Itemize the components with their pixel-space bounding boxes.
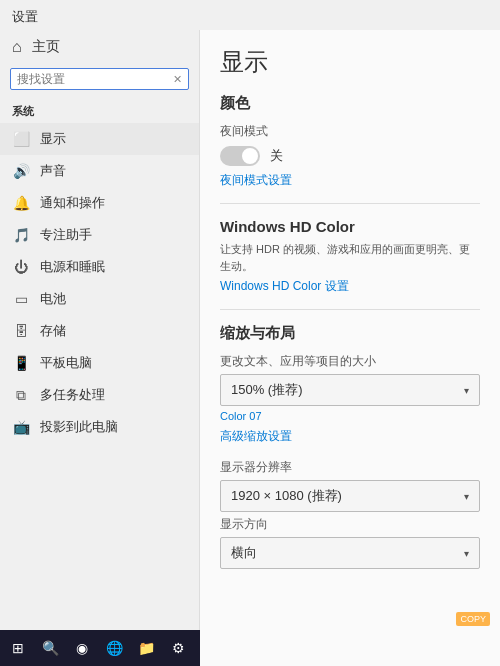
edge-icon[interactable]: 🌐 <box>100 634 128 662</box>
sidebar-item-multitask[interactable]: ⧉ 多任务处理 <box>0 379 199 411</box>
assist-icon: 🎵 <box>12 226 30 244</box>
night-mode-settings-link[interactable]: 夜间模式设置 <box>220 172 480 189</box>
night-mode-toggle-row: 关 <box>220 146 480 166</box>
storage-label: 存储 <box>40 322 66 340</box>
multitask-icon: ⧉ <box>12 386 30 404</box>
main-content: 显示 颜色 夜间模式 关 夜间模式设置 Windows HD Color 让支持… <box>200 30 500 666</box>
hdr-settings-link[interactable]: Windows HD Color 设置 <box>220 278 480 295</box>
search-box[interactable]: ✕ <box>10 68 189 90</box>
sidebar-item-notify[interactable]: 🔔 通知和操作 <box>0 187 199 219</box>
search-taskbar-icon[interactable]: 🔍 <box>36 634 64 662</box>
sidebar-item-display[interactable]: ⬜ 显示 <box>0 123 199 155</box>
settings-taskbar-icon[interactable]: ⚙ <box>164 634 192 662</box>
watermark: COPY <box>456 612 490 626</box>
power-icon: ⏻ <box>12 258 30 276</box>
search-icon: ✕ <box>173 73 182 86</box>
task-view-icon[interactable]: ◉ <box>68 634 96 662</box>
home-label: 主页 <box>32 38 60 56</box>
hdr-description: 让支持 HDR 的视频、游戏和应用的画面更明亮、更生动。 <box>220 241 480 274</box>
battery-label: 电池 <box>40 290 66 308</box>
color-section-title: 颜色 <box>220 94 480 113</box>
sound-label: 声音 <box>40 162 66 180</box>
orientation-value: 横向 <box>231 544 257 562</box>
sidebar: ⌂ 主页 ✕ 系统 ⬜ 显示 🔊 声音 🔔 通知和操作 <box>0 30 200 666</box>
start-button[interactable]: ⊞ <box>4 634 32 662</box>
scale-value: 150% (推荐) <box>231 381 303 399</box>
home-icon: ⌂ <box>12 38 22 56</box>
orientation-chevron-icon: ▾ <box>464 548 469 559</box>
explorer-icon[interactable]: 📁 <box>132 634 160 662</box>
page-title: 显示 <box>220 46 480 78</box>
settings-title: 设置 <box>12 9 38 24</box>
display-label: 显示 <box>40 130 66 148</box>
scale-chevron-icon: ▾ <box>464 385 469 396</box>
sidebar-item-sound[interactable]: 🔊 声音 <box>0 155 199 187</box>
project-label: 投影到此电脑 <box>40 418 118 436</box>
color07-note: Color 07 <box>220 410 480 422</box>
sidebar-item-assist[interactable]: 🎵 专注助手 <box>0 219 199 251</box>
sidebar-item-project[interactable]: 📺 投影到此电脑 <box>0 411 199 443</box>
notify-label: 通知和操作 <box>40 194 105 212</box>
search-input[interactable] <box>17 72 173 86</box>
system-section-label: 系统 <box>0 98 199 123</box>
title-bar: 设置 <box>0 0 500 30</box>
night-mode-label: 夜间模式 <box>220 123 480 140</box>
battery-icon: ▭ <box>12 290 30 308</box>
display-icon: ⬜ <box>12 130 30 148</box>
sidebar-item-battery[interactable]: ▭ 电池 <box>0 283 199 315</box>
divider1 <box>220 203 480 204</box>
taskbar: ⊞ 🔍 ◉ 🌐 📁 ⚙ <box>0 630 200 666</box>
project-icon: 📺 <box>12 418 30 436</box>
orientation-label: 显示方向 <box>220 516 480 533</box>
multitask-label: 多任务处理 <box>40 386 105 404</box>
sound-icon: 🔊 <box>12 162 30 180</box>
resolution-chevron-icon: ▾ <box>464 491 469 502</box>
resolution-label: 显示器分辨率 <box>220 459 480 476</box>
divider2 <box>220 309 480 310</box>
zoom-section-title: 缩放与布局 <box>220 324 480 343</box>
sidebar-home-item[interactable]: ⌂ 主页 <box>0 30 199 64</box>
notify-icon: 🔔 <box>12 194 30 212</box>
night-mode-toggle[interactable] <box>220 146 260 166</box>
scale-label: 更改文本、应用等项目的大小 <box>220 353 480 370</box>
tablet-icon: 📱 <box>12 354 30 372</box>
sidebar-item-tablet[interactable]: 📱 平板电脑 <box>0 347 199 379</box>
toggle-off-label: 关 <box>270 147 283 165</box>
zoom-section: 缩放与布局 更改文本、应用等项目的大小 150% (推荐) ▾ Color 07… <box>220 324 480 569</box>
orientation-dropdown[interactable]: 横向 ▾ <box>220 537 480 569</box>
storage-icon: 🗄 <box>12 322 30 340</box>
resolution-dropdown[interactable]: 1920 × 1080 (推荐) ▾ <box>220 480 480 512</box>
hdr-section: Windows HD Color 让支持 HDR 的视频、游戏和应用的画面更明亮… <box>220 218 480 295</box>
sidebar-item-power[interactable]: ⏻ 电源和睡眠 <box>0 251 199 283</box>
hdr-title: Windows HD Color <box>220 218 480 235</box>
sidebar-item-storage[interactable]: 🗄 存储 <box>0 315 199 347</box>
tablet-label: 平板电脑 <box>40 354 92 372</box>
assist-label: 专注助手 <box>40 226 92 244</box>
resolution-value: 1920 × 1080 (推荐) <box>231 487 342 505</box>
advanced-scale-link[interactable]: 高级缩放设置 <box>220 428 480 445</box>
power-label: 电源和睡眠 <box>40 258 105 276</box>
scale-dropdown[interactable]: 150% (推荐) ▾ <box>220 374 480 406</box>
